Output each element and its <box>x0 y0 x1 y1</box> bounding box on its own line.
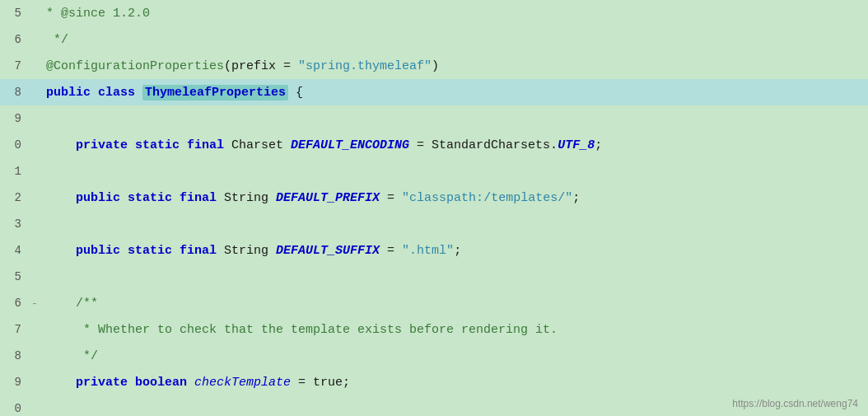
table-row: 2 public static final String DEFAULT_PRE… <box>0 185 868 211</box>
code-content <box>40 264 868 290</box>
line-number: 7 <box>0 53 30 79</box>
code-content: @ConfigurationProperties(prefix = "sprin… <box>40 53 868 79</box>
code-content: * @since 1.2.0 <box>40 0 868 26</box>
table-row: 4 public static final String DEFAULT_SUF… <box>0 237 868 264</box>
code-content: */ <box>40 26 868 53</box>
line-marker <box>30 26 40 53</box>
line-marker <box>30 395 40 416</box>
line-number: 3 <box>0 211 30 237</box>
table-row: 8 */ <box>0 343 868 369</box>
line-marker <box>30 0 40 26</box>
line-marker <box>30 316 40 343</box>
watermark: https://blog.csdn.net/weng74 <box>732 398 858 409</box>
code-content <box>40 158 868 185</box>
table-row: 6 */ <box>0 26 868 53</box>
line-marker <box>30 53 40 79</box>
code-content: * Whether to check that the template exi… <box>40 316 868 343</box>
line-number: 6 <box>0 290 30 316</box>
table-row: 8 public class ThymeleafProperties { <box>0 79 868 105</box>
line-marker <box>30 237 40 264</box>
code-content: public static final String DEFAULT_PREFI… <box>40 185 868 211</box>
line-number: 5 <box>0 264 30 290</box>
code-content: public static final String DEFAULT_SUFFI… <box>40 237 868 264</box>
table-row: 7 * Whether to check that the template e… <box>0 316 868 343</box>
code-content: public class ThymeleafProperties { <box>40 79 868 105</box>
line-marker <box>30 132 40 158</box>
line-marker <box>30 343 40 369</box>
table-row: 3 <box>0 211 868 237</box>
line-number: 0 <box>0 132 30 158</box>
table-row: 5 <box>0 264 868 290</box>
line-marker <box>30 185 40 211</box>
line-number: 5 <box>0 0 30 26</box>
line-number: 4 <box>0 237 30 264</box>
code-content <box>40 211 868 237</box>
line-number: 7 <box>0 316 30 343</box>
table-row: 9 <box>0 105 868 132</box>
code-content: /** <box>40 290 868 316</box>
table-row: 0 private static final Charset DEFAULT_E… <box>0 132 868 158</box>
line-number: 8 <box>0 79 30 105</box>
line-number: 9 <box>0 105 30 132</box>
line-marker <box>30 158 40 185</box>
code-editor: 5 * @since 1.2.0 6 */ 7 @ConfigurationPr… <box>0 0 868 416</box>
table-row: 6 - /** <box>0 290 868 316</box>
code-content: private static final Charset DEFAULT_ENC… <box>40 132 868 158</box>
table-row: 9 private boolean checkTemplate = true; <box>0 369 868 395</box>
line-marker: - <box>30 290 40 316</box>
line-number: 8 <box>0 343 30 369</box>
line-marker <box>30 264 40 290</box>
line-number: 1 <box>0 158 30 185</box>
code-content <box>40 105 868 132</box>
table-row: 5 * @since 1.2.0 <box>0 0 868 26</box>
line-number: 0 <box>0 395 30 416</box>
code-table: 5 * @since 1.2.0 6 */ 7 @ConfigurationPr… <box>0 0 868 416</box>
line-marker <box>30 79 40 105</box>
table-row: 1 <box>0 158 868 185</box>
line-number: 6 <box>0 26 30 53</box>
line-marker <box>30 211 40 237</box>
code-content: */ <box>40 343 868 369</box>
line-number: 9 <box>0 369 30 395</box>
line-number: 2 <box>0 185 30 211</box>
table-row: 7 @ConfigurationProperties(prefix = "spr… <box>0 53 868 79</box>
line-marker <box>30 105 40 132</box>
line-marker <box>30 369 40 395</box>
code-content: private boolean checkTemplate = true; <box>40 369 868 395</box>
